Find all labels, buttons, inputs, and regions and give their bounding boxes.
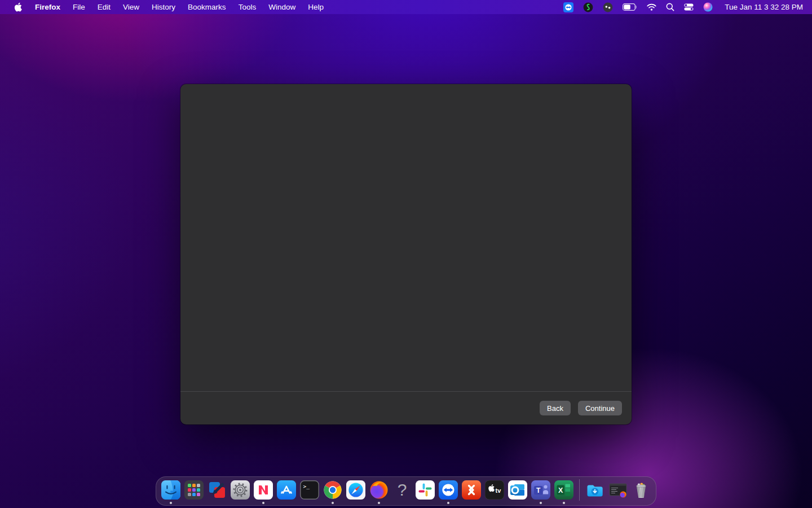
- svg-text:X: X: [558, 487, 563, 494]
- dock-item-teams[interactable]: T: [531, 480, 550, 500]
- menu-bar-left: Firefox File Edit View History Bookmarks…: [0, 0, 330, 14]
- running-indicator-dot: [447, 502, 449, 504]
- dock-item-teamviewer[interactable]: [439, 480, 458, 500]
- teamviewer-menu-icon[interactable]: [563, 2, 573, 12]
- recent-download-icon: [608, 480, 628, 500]
- running-indicator-dot: [262, 502, 264, 504]
- apple-tv-icon: tv: [485, 480, 504, 500]
- dock-item-firefox[interactable]: [369, 480, 389, 500]
- dock-item-slack[interactable]: [416, 480, 435, 500]
- desktop: { "menu_bar": { "app_name": "Firefox", "…: [0, 0, 812, 508]
- outlook-icon: [508, 480, 527, 500]
- menu-clock[interactable]: Tue Jan 11 3 32 28 PM: [725, 3, 803, 11]
- teams-icon: T: [531, 480, 550, 500]
- launchpad-icon: [184, 480, 204, 500]
- dock-item-outlook[interactable]: [508, 480, 527, 500]
- svg-text:T: T: [536, 487, 541, 494]
- excel-icon: X: [554, 480, 573, 500]
- dock-item-finder[interactable]: [161, 480, 180, 500]
- dock-item-news[interactable]: [254, 480, 273, 500]
- running-indicator-dot: [563, 502, 565, 504]
- siri-icon[interactable]: [703, 2, 713, 12]
- svg-text:tv: tv: [496, 487, 502, 494]
- dialog-content: [180, 84, 632, 391]
- menu-file[interactable]: File: [67, 0, 91, 14]
- system-preferences-icon: [231, 480, 250, 500]
- chrome-icon: [323, 480, 342, 500]
- spotlight-icon[interactable]: [666, 3, 674, 11]
- app-store-icon: [277, 480, 296, 500]
- running-indicator-dot: [378, 502, 380, 504]
- firefox-icon: [369, 480, 389, 500]
- svg-text:>_: >_: [303, 483, 310, 489]
- dock-item-launchpad[interactable]: [184, 480, 204, 500]
- microsoft-remote-desktop-icon: [462, 480, 481, 500]
- setup-dialog-window: Back Continue: [180, 84, 632, 424]
- dots-app-menu-icon[interactable]: [603, 2, 613, 12]
- apple-menu[interactable]: [7, 0, 29, 14]
- teamviewer-icon: [439, 480, 458, 500]
- vmware-fusion-icon: [208, 480, 227, 500]
- dock-item-chrome[interactable]: [323, 480, 342, 500]
- terminal-icon: >_: [300, 480, 319, 500]
- control-center-icon[interactable]: [684, 3, 694, 11]
- dock-item-app-store[interactable]: [277, 480, 296, 500]
- apple-icon: [14, 2, 22, 12]
- wifi-icon[interactable]: [647, 3, 656, 11]
- menu-bar: Firefox File Edit View History Bookmarks…: [0, 0, 812, 14]
- menu-bar-right: Tue Jan 11 3 32 28 PM: [563, 0, 812, 14]
- finder-icon: [161, 480, 180, 500]
- menu-help[interactable]: Help: [302, 0, 330, 14]
- dock-item-system-preferences[interactable]: [231, 480, 250, 500]
- app-menu-firefox[interactable]: Firefox: [29, 0, 67, 14]
- dock: >_ ? tv T X: [156, 476, 656, 506]
- dialog-footer: Back Continue: [180, 391, 632, 424]
- news-icon: [254, 480, 273, 500]
- dock-item-downloads-folder[interactable]: [585, 480, 604, 500]
- green-app-menu-icon[interactable]: [583, 2, 593, 12]
- safari-icon: [346, 480, 365, 500]
- running-indicator-dot: [170, 502, 172, 504]
- battery-icon[interactable]: [623, 3, 637, 11]
- running-indicator-dot: [540, 502, 542, 504]
- menu-edit[interactable]: Edit: [91, 0, 117, 14]
- dock-item-apple-tv[interactable]: tv: [485, 480, 504, 500]
- menu-tools[interactable]: Tools: [232, 0, 263, 14]
- dock-separator: [579, 479, 580, 501]
- downloads-folder-icon: [585, 480, 604, 500]
- back-button[interactable]: Back: [540, 401, 571, 415]
- dock-item-excel[interactable]: X: [554, 480, 573, 500]
- menu-window[interactable]: Window: [262, 0, 302, 14]
- running-indicator-dot: [332, 502, 334, 504]
- slack-icon: [416, 480, 435, 500]
- menu-history[interactable]: History: [145, 0, 182, 14]
- menu-view[interactable]: View: [117, 0, 145, 14]
- dock-item-vmware-fusion[interactable]: [208, 480, 227, 500]
- question-mark-icon: ?: [392, 480, 412, 500]
- dock-item-recent-download[interactable]: [608, 480, 628, 500]
- menu-bookmarks[interactable]: Bookmarks: [182, 0, 232, 14]
- dock-item-safari[interactable]: [346, 480, 365, 500]
- trash-icon: [632, 480, 651, 500]
- dock-item-trash[interactable]: [632, 480, 651, 500]
- dock-item-microsoft-remote-desktop[interactable]: [462, 480, 481, 500]
- dock-item-unknown-app[interactable]: ?: [392, 480, 412, 500]
- dock-item-terminal[interactable]: >_: [300, 480, 319, 500]
- continue-button[interactable]: Continue: [578, 401, 622, 415]
